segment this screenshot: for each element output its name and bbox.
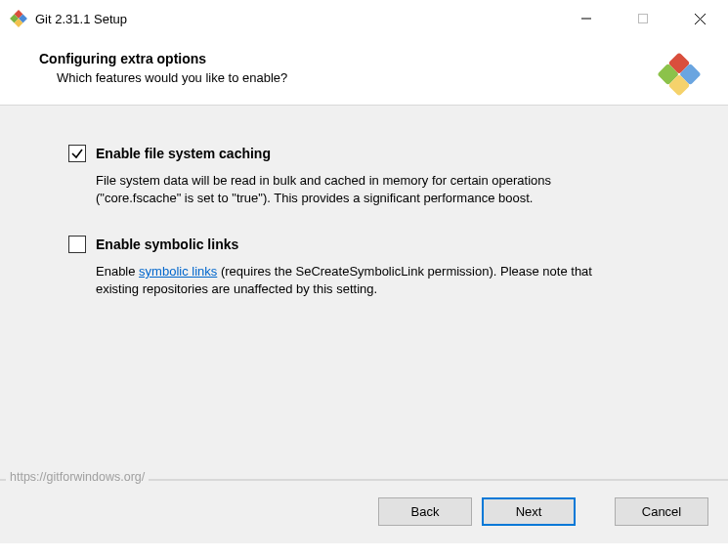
checkbox-fs-caching[interactable] xyxy=(68,145,86,162)
git-logo-icon xyxy=(656,51,703,98)
checkbox-symbolic-links[interactable] xyxy=(68,236,86,253)
option-label[interactable]: Enable symbolic links xyxy=(96,237,238,252)
footer-url-wrap: https://gitforwindows.org/ xyxy=(6,469,149,484)
page-title: Configuring extra options xyxy=(39,51,707,66)
option-symbolic-links: Enable symbolic links Enable symbolic li… xyxy=(68,236,669,297)
footer-url[interactable]: https://gitforwindows.org/ xyxy=(10,470,145,484)
cancel-button[interactable]: Cancel xyxy=(615,497,708,526)
wizard-header: Configuring extra options Which features… xyxy=(0,37,728,105)
option-label[interactable]: Enable file system caching xyxy=(96,146,271,161)
symbolic-links-link[interactable]: symbolic links xyxy=(139,264,217,279)
option-description: File system data will be read in bulk an… xyxy=(96,172,623,206)
content-area: Enable file system caching File system d… xyxy=(0,105,728,480)
footer: https://gitforwindows.org/ Back Next Can… xyxy=(0,480,728,543)
svg-rect-5 xyxy=(639,15,648,23)
window-controls xyxy=(558,0,728,37)
window-title: Git 2.31.1 Setup xyxy=(35,12,127,26)
maximize-button xyxy=(615,0,671,37)
titlebar: Git 2.31.1 Setup xyxy=(0,0,728,37)
minimize-button[interactable] xyxy=(558,0,615,37)
option-fs-caching: Enable file system caching File system d… xyxy=(68,145,669,206)
app-icon xyxy=(10,10,27,27)
back-button[interactable]: Back xyxy=(378,497,472,526)
next-button[interactable]: Next xyxy=(482,497,576,526)
option-description: Enable symbolic links (requires the SeCr… xyxy=(96,263,623,297)
page-subtitle: Which features would you like to enable? xyxy=(57,70,707,85)
close-button[interactable] xyxy=(671,0,728,37)
